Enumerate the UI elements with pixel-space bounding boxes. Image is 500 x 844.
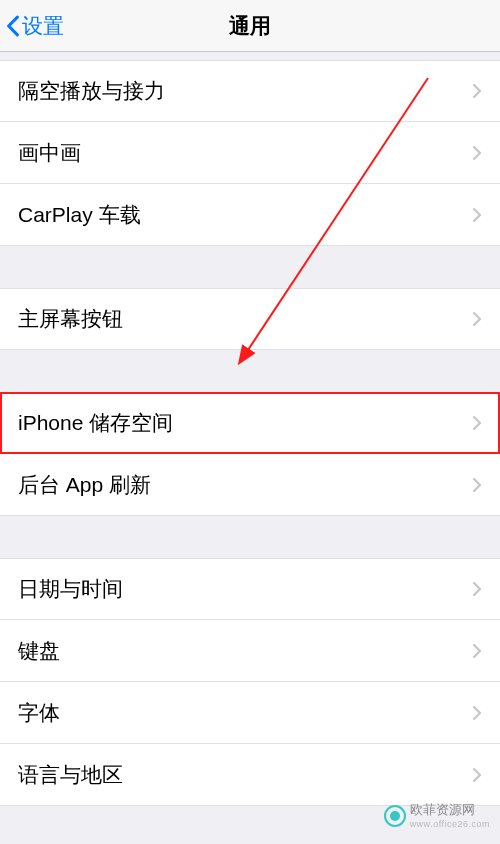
watermark-logo-icon (384, 805, 406, 827)
row-fonts[interactable]: 字体 (0, 682, 500, 744)
chevron-right-icon (472, 767, 482, 783)
row-label: CarPlay 车载 (18, 201, 141, 229)
row-label: 主屏幕按钮 (18, 305, 123, 333)
chevron-right-icon (472, 145, 482, 161)
row-pip[interactable]: 画中画 (0, 122, 500, 184)
navbar: 设置 通用 (0, 0, 500, 52)
row-date-time[interactable]: 日期与时间 (0, 558, 500, 620)
chevron-right-icon (472, 705, 482, 721)
row-label: iPhone 储存空间 (18, 409, 173, 437)
row-label: 语言与地区 (18, 761, 123, 789)
watermark: 欧菲资源网 www.office26.com (384, 803, 490, 830)
chevron-right-icon (472, 477, 482, 493)
row-label: 画中画 (18, 139, 81, 167)
chevron-right-icon (472, 415, 482, 431)
settings-group: iPhone 储存空间后台 App 刷新 (0, 392, 500, 516)
row-label: 键盘 (18, 637, 60, 665)
row-language-region[interactable]: 语言与地区 (0, 744, 500, 806)
chevron-right-icon (472, 643, 482, 659)
chevron-right-icon (472, 83, 482, 99)
row-label: 日期与时间 (18, 575, 123, 603)
chevron-right-icon (472, 311, 482, 327)
spacer (0, 350, 500, 392)
spacer (0, 516, 500, 558)
row-label: 后台 App 刷新 (18, 471, 151, 499)
row-label: 字体 (18, 699, 60, 727)
spacer (0, 52, 500, 60)
back-button[interactable]: 设置 (6, 12, 64, 40)
chevron-left-icon (6, 15, 20, 37)
row-home-button[interactable]: 主屏幕按钮 (0, 288, 500, 350)
spacer (0, 246, 500, 288)
page-title: 通用 (229, 12, 271, 40)
row-iphone-storage[interactable]: iPhone 储存空间 (0, 392, 500, 454)
row-airplay-handoff[interactable]: 隔空播放与接力 (0, 60, 500, 122)
watermark-text-en: www.office26.com (410, 819, 490, 829)
chevron-right-icon (472, 581, 482, 597)
chevron-right-icon (472, 207, 482, 223)
settings-group: 隔空播放与接力画中画CarPlay 车载 (0, 60, 500, 246)
row-background-refresh[interactable]: 后台 App 刷新 (0, 454, 500, 516)
back-label: 设置 (22, 12, 64, 40)
row-label: 隔空播放与接力 (18, 77, 165, 105)
settings-group: 主屏幕按钮 (0, 288, 500, 350)
row-keyboard[interactable]: 键盘 (0, 620, 500, 682)
settings-group: 日期与时间键盘字体语言与地区 (0, 558, 500, 806)
row-carplay[interactable]: CarPlay 车载 (0, 184, 500, 246)
